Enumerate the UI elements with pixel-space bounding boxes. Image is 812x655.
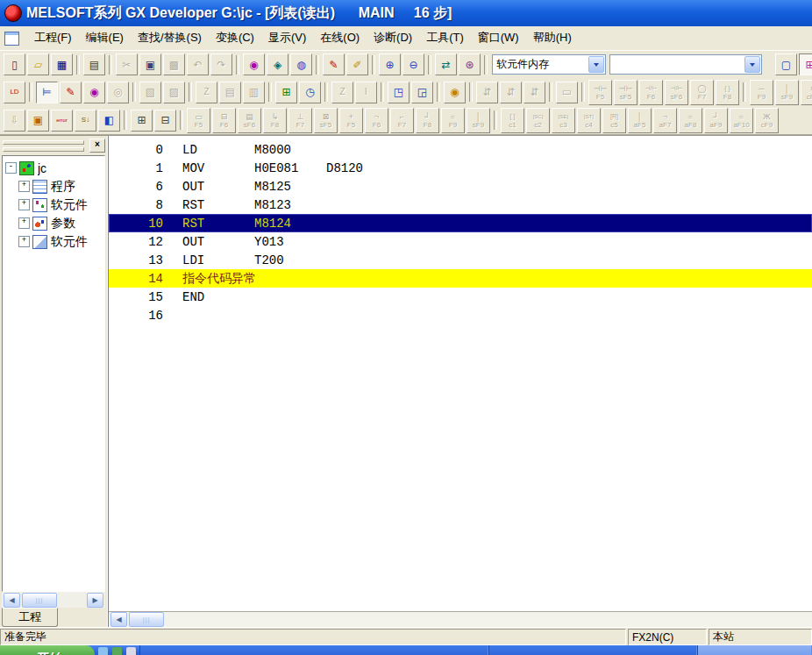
horizontal-line-button[interactable]: ─F9 bbox=[750, 80, 773, 105]
tab-project[interactable]: 工程 bbox=[2, 608, 58, 627]
quick-launch-icon[interactable] bbox=[98, 647, 108, 655]
vertical-line2-button[interactable]: │sF9 bbox=[467, 108, 490, 133]
list-horizontal-scrollbar[interactable]: ◀ ||| bbox=[109, 611, 812, 627]
bracket-button[interactable]: [ ]c1 bbox=[501, 108, 524, 133]
convert-run-button[interactable]: ▤ bbox=[219, 82, 241, 103]
paste-button[interactable]: ▩ bbox=[163, 53, 185, 75]
ground-symbol-button[interactable]: ⊥F7 bbox=[288, 108, 312, 133]
convert-button[interactable]: Z bbox=[196, 82, 217, 103]
box-cross-button[interactable]: ⊠sF5 bbox=[314, 108, 338, 133]
se-instruction-button[interactable]: [SE]c3 bbox=[552, 108, 575, 133]
tree-item-parameter[interactable]: +参数 bbox=[3, 214, 104, 232]
monitor-window-button[interactable]: ⊞ bbox=[275, 82, 297, 103]
vertical-line3-button[interactable]: │aF5 bbox=[628, 108, 652, 133]
list-tree-button[interactable]: ⊟ bbox=[154, 110, 176, 132]
monitor-start-button[interactable]: ⇵ bbox=[476, 82, 498, 103]
taskbar-task-button[interactable] bbox=[139, 645, 488, 655]
tree-scroll-thumb[interactable]: ||| bbox=[22, 593, 57, 608]
list-row[interactable]: 13LDIT200 bbox=[109, 251, 812, 269]
rung-line-box-button[interactable]: ⊟F6 bbox=[212, 108, 236, 133]
menu-help[interactable]: 帮助(H) bbox=[526, 27, 579, 49]
corner-se-button[interactable]: ┘F8 bbox=[416, 108, 439, 133]
find-device-button[interactable]: ◉ bbox=[243, 53, 265, 75]
cross-line-button[interactable]: +F5 bbox=[339, 108, 363, 133]
find-instruction-button[interactable]: ◈ bbox=[267, 53, 288, 75]
ladder-mode-button[interactable]: LD bbox=[4, 82, 25, 103]
list-row[interactable]: 10RSTM8124 bbox=[109, 214, 812, 232]
double-line3-button[interactable]: =aF10 bbox=[730, 108, 753, 133]
taskbar-task-button-active[interactable] bbox=[697, 645, 812, 655]
open-comment-window-button[interactable]: ◲ bbox=[411, 82, 433, 103]
application-instruction-button[interactable]: { }F8 bbox=[716, 80, 739, 105]
menu-view[interactable]: 显示(V) bbox=[261, 27, 313, 49]
open-instruction-window-button[interactable]: ◳ bbox=[388, 82, 410, 103]
panel-drag-handle[interactable] bbox=[3, 140, 84, 152]
line-delete-button[interactable]: ✐ bbox=[346, 53, 368, 75]
redo-button[interactable]: ↷ bbox=[210, 53, 232, 75]
expand-icon[interactable]: + bbox=[18, 199, 30, 210]
r-instruction-button[interactable]: [R]c5 bbox=[602, 108, 626, 133]
list-row[interactable]: 8RSTM8123 bbox=[109, 196, 812, 214]
menu-project[interactable]: 工程(F) bbox=[27, 27, 79, 49]
monitor-stop-button[interactable]: ⇵ bbox=[500, 82, 522, 103]
chevron-down-icon[interactable] bbox=[744, 56, 760, 73]
write-mode-button[interactable]: ✎ bbox=[60, 82, 82, 103]
screen-transfer-button[interactable]: ⇄ bbox=[435, 53, 457, 75]
cut-button[interactable]: ✂ bbox=[116, 53, 138, 75]
open-contact-button[interactable]: ⊣⊢F5 bbox=[588, 80, 612, 105]
menu-diagnostics[interactable]: 诊断(D) bbox=[367, 27, 419, 49]
save-project-button[interactable]: ▦ bbox=[51, 53, 73, 75]
read-mode-button[interactable]: ⊨ bbox=[36, 82, 58, 103]
list-row[interactable]: 15END bbox=[109, 288, 812, 306]
list-row[interactable]: 16 bbox=[109, 306, 812, 324]
corner-ne2-button[interactable]: ¬aF7 bbox=[653, 108, 677, 133]
rung-box-button[interactable]: ▭F5 bbox=[187, 108, 210, 133]
tree-item-jc[interactable]: -jc bbox=[3, 159, 104, 177]
undo-button[interactable]: ↶ bbox=[187, 53, 209, 75]
close-panel-button[interactable]: × bbox=[89, 139, 105, 153]
menu-window[interactable]: 窗口(W) bbox=[471, 27, 526, 49]
scroll-right-icon[interactable]: ▶ bbox=[87, 593, 103, 608]
rung-lines-box-button[interactable]: ▤sF6 bbox=[238, 108, 261, 133]
convert-check-button[interactable]: ▥ bbox=[243, 82, 265, 103]
zoom-in-button[interactable]: ⊕ bbox=[379, 53, 401, 75]
menu-tools[interactable]: 工具(T) bbox=[419, 27, 471, 49]
remote-run-button[interactable]: ▧ bbox=[139, 82, 161, 103]
expand-icon[interactable]: + bbox=[18, 217, 30, 229]
comment-search-button[interactable]: ▢ bbox=[775, 53, 797, 75]
program-copy-button[interactable]: ▣ bbox=[27, 110, 49, 132]
expand-icon[interactable]: + bbox=[18, 236, 30, 247]
st-instruction-button[interactable]: [ST]c4 bbox=[577, 108, 601, 133]
device-memory-combo[interactable]: 软元件内存 bbox=[492, 54, 606, 75]
collapse-icon[interactable]: - bbox=[5, 162, 17, 174]
help-search-button[interactable]: ◉ bbox=[444, 82, 466, 103]
start-button[interactable]: 开始 bbox=[0, 645, 95, 655]
tree-item-device-memory[interactable]: +软元件 bbox=[3, 232, 104, 251]
mdi-child-icon[interactable] bbox=[4, 32, 19, 46]
sc-instruction-button[interactable]: [SC]c2 bbox=[526, 108, 550, 133]
tree-item-device-comment[interactable]: +软元件 bbox=[3, 196, 104, 214]
corner-se2-button[interactable]: ┘aF9 bbox=[704, 108, 728, 133]
note-button[interactable]: I bbox=[355, 82, 377, 103]
monitor-mode-button[interactable]: ◉ bbox=[83, 82, 105, 103]
new-project-button[interactable]: ▯ bbox=[4, 53, 25, 75]
entry-data-monitor-button[interactable]: ▭ bbox=[556, 82, 578, 103]
list-row[interactable]: 14指令代码异常 bbox=[109, 269, 812, 288]
zoom-out-button[interactable]: ⊖ bbox=[402, 53, 424, 75]
list-row[interactable]: 1MOVH0E081D8120 bbox=[109, 159, 812, 177]
display-switch-button[interactable]: ◧ bbox=[98, 110, 120, 132]
remote-stop-button[interactable]: ▨ bbox=[163, 82, 185, 103]
double-line2-button[interactable]: =aF8 bbox=[679, 108, 702, 133]
closed-contact-button[interactable]: ⊣/⊢F6 bbox=[639, 80, 663, 105]
step-write-button[interactable]: ⇩ bbox=[4, 110, 25, 132]
menu-find-replace[interactable]: 查找/替换(S) bbox=[131, 27, 209, 49]
menu-online[interactable]: 在线(O) bbox=[313, 27, 367, 49]
double-line-button[interactable]: =F9 bbox=[441, 108, 465, 133]
print-button[interactable]: ▤ bbox=[83, 53, 105, 75]
monitor-test-button[interactable]: ⇵ bbox=[524, 82, 545, 103]
list-scroll-thumb[interactable]: ||| bbox=[129, 612, 164, 627]
line-insert-button[interactable]: ✎ bbox=[323, 53, 345, 75]
device-batch-monitor-button[interactable]: ◷ bbox=[299, 82, 321, 103]
list-row[interactable]: 12OUTY013 bbox=[109, 232, 812, 251]
parallel-open-contact-button[interactable]: ⊣⊢sF5 bbox=[614, 80, 637, 105]
